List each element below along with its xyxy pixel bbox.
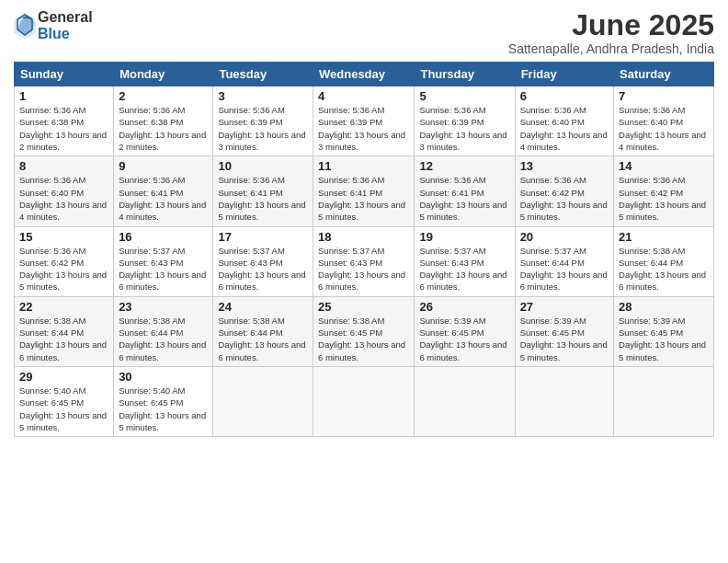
day-number: 4	[318, 89, 409, 103]
calendar-cell: 26 Sunrise: 5:39 AM Sunset: 6:45 PM Dayl…	[415, 296, 515, 366]
day-info: Sunrise: 5:37 AM Sunset: 6:43 PM Dayligh…	[419, 245, 509, 293]
col-saturday: Saturday	[614, 63, 714, 86]
day-info: Sunrise: 5:39 AM Sunset: 6:45 PM Dayligh…	[619, 315, 709, 363]
calendar-cell: 3 Sunrise: 5:36 AM Sunset: 6:39 PM Dayli…	[213, 86, 313, 156]
calendar-cell: 12 Sunrise: 5:36 AM Sunset: 6:41 PM Dayl…	[415, 156, 515, 226]
day-info: Sunrise: 5:36 AM Sunset: 6:40 PM Dayligh…	[19, 174, 108, 223]
calendar-cell: 7 Sunrise: 5:36 AM Sunset: 6:40 PM Dayli…	[614, 86, 714, 156]
calendar-cell: 8 Sunrise: 5:36 AM Sunset: 6:40 PM Dayli…	[15, 156, 114, 226]
calendar-cell: 29 Sunrise: 5:40 AM Sunset: 6:45 PM Dayl…	[15, 366, 114, 436]
day-info: Sunrise: 5:40 AM Sunset: 6:45 PM Dayligh…	[119, 385, 208, 433]
day-number: 9	[119, 159, 208, 173]
day-info: Sunrise: 5:36 AM Sunset: 6:41 PM Dayligh…	[419, 174, 509, 223]
day-number: 23	[119, 300, 208, 314]
calendar-cell	[515, 366, 613, 436]
day-info: Sunrise: 5:36 AM Sunset: 6:40 PM Dayligh…	[619, 104, 709, 153]
calendar-cell: 1 Sunrise: 5:36 AM Sunset: 6:38 PM Dayli…	[15, 86, 114, 156]
day-number: 12	[419, 159, 509, 173]
col-thursday: Thursday	[415, 63, 515, 86]
day-info: Sunrise: 5:37 AM Sunset: 6:43 PM Dayligh…	[218, 245, 308, 293]
calendar-cell: 22 Sunrise: 5:38 AM Sunset: 6:44 PM Dayl…	[15, 296, 114, 366]
day-info: Sunrise: 5:38 AM Sunset: 6:44 PM Dayligh…	[619, 245, 709, 293]
calendar-cell: 21 Sunrise: 5:38 AM Sunset: 6:44 PM Dayl…	[614, 226, 714, 296]
day-number: 17	[218, 230, 308, 244]
day-info: Sunrise: 5:40 AM Sunset: 6:45 PM Dayligh…	[19, 385, 108, 433]
col-monday: Monday	[114, 63, 213, 86]
day-number: 7	[619, 89, 709, 103]
day-number: 29	[19, 370, 108, 384]
calendar-cell	[313, 366, 415, 436]
calendar-cell: 9 Sunrise: 5:36 AM Sunset: 6:41 PM Dayli…	[114, 156, 213, 226]
title-section: June 2025 Sattenapalle, Andhra Pradesh, …	[508, 9, 714, 56]
calendar-cell: 25 Sunrise: 5:38 AM Sunset: 6:45 PM Dayl…	[313, 296, 415, 366]
day-info: Sunrise: 5:37 AM Sunset: 6:44 PM Dayligh…	[520, 245, 609, 293]
day-number: 14	[619, 159, 709, 173]
day-number: 15	[19, 230, 108, 244]
calendar-cell: 16 Sunrise: 5:37 AM Sunset: 6:43 PM Dayl…	[114, 226, 213, 296]
calendar-cell: 13 Sunrise: 5:36 AM Sunset: 6:42 PM Dayl…	[515, 156, 613, 226]
day-info: Sunrise: 5:36 AM Sunset: 6:40 PM Dayligh…	[520, 104, 609, 153]
day-number: 6	[520, 89, 609, 103]
day-info: Sunrise: 5:36 AM Sunset: 6:41 PM Dayligh…	[119, 174, 208, 223]
day-number: 20	[520, 230, 609, 244]
logo-icon	[14, 13, 36, 39]
calendar-cell	[614, 366, 714, 436]
logo-text: General Blue	[38, 9, 93, 41]
day-number: 22	[19, 300, 108, 314]
day-number: 2	[119, 89, 208, 103]
day-info: Sunrise: 5:36 AM Sunset: 6:42 PM Dayligh…	[619, 174, 709, 223]
col-wednesday: Wednesday	[313, 63, 415, 86]
page: General Blue June 2025 Sattenapalle, And…	[0, 0, 728, 563]
calendar-cell: 11 Sunrise: 5:36 AM Sunset: 6:41 PM Dayl…	[313, 156, 415, 226]
calendar-cell: 2 Sunrise: 5:36 AM Sunset: 6:38 PM Dayli…	[114, 86, 213, 156]
day-info: Sunrise: 5:38 AM Sunset: 6:44 PM Dayligh…	[218, 315, 308, 363]
day-info: Sunrise: 5:36 AM Sunset: 6:39 PM Dayligh…	[318, 104, 409, 153]
calendar-cell	[213, 366, 313, 436]
calendar-week-3: 15 Sunrise: 5:36 AM Sunset: 6:42 PM Dayl…	[15, 226, 714, 296]
day-info: Sunrise: 5:38 AM Sunset: 6:45 PM Dayligh…	[318, 315, 409, 363]
calendar-week-2: 8 Sunrise: 5:36 AM Sunset: 6:40 PM Dayli…	[15, 156, 714, 226]
day-info: Sunrise: 5:36 AM Sunset: 6:39 PM Dayligh…	[419, 104, 509, 153]
calendar-cell: 30 Sunrise: 5:40 AM Sunset: 6:45 PM Dayl…	[114, 366, 213, 436]
calendar-cell: 4 Sunrise: 5:36 AM Sunset: 6:39 PM Dayli…	[313, 86, 415, 156]
col-friday: Friday	[515, 63, 613, 86]
day-info: Sunrise: 5:36 AM Sunset: 6:42 PM Dayligh…	[19, 245, 108, 293]
day-number: 8	[19, 159, 108, 173]
day-info: Sunrise: 5:38 AM Sunset: 6:44 PM Dayligh…	[19, 315, 108, 363]
calendar-cell: 6 Sunrise: 5:36 AM Sunset: 6:40 PM Dayli…	[515, 86, 613, 156]
day-number: 11	[318, 159, 409, 173]
day-info: Sunrise: 5:37 AM Sunset: 6:43 PM Dayligh…	[318, 245, 409, 293]
calendar-cell: 10 Sunrise: 5:36 AM Sunset: 6:41 PM Dayl…	[213, 156, 313, 226]
day-number: 24	[218, 300, 308, 314]
header: General Blue June 2025 Sattenapalle, And…	[14, 9, 714, 56]
day-number: 10	[218, 159, 308, 173]
calendar-cell: 14 Sunrise: 5:36 AM Sunset: 6:42 PM Dayl…	[614, 156, 714, 226]
calendar-cell: 28 Sunrise: 5:39 AM Sunset: 6:45 PM Dayl…	[614, 296, 714, 366]
logo-blue-text: Blue	[38, 26, 93, 42]
calendar-cell: 24 Sunrise: 5:38 AM Sunset: 6:44 PM Dayl…	[213, 296, 313, 366]
day-info: Sunrise: 5:38 AM Sunset: 6:44 PM Dayligh…	[119, 315, 208, 363]
day-number: 19	[419, 230, 509, 244]
day-info: Sunrise: 5:36 AM Sunset: 6:42 PM Dayligh…	[520, 174, 609, 223]
logo: General Blue	[14, 9, 93, 41]
day-info: Sunrise: 5:37 AM Sunset: 6:43 PM Dayligh…	[119, 245, 208, 293]
day-number: 16	[119, 230, 208, 244]
header-row: Sunday Monday Tuesday Wednesday Thursday…	[15, 63, 714, 86]
calendar-cell: 27 Sunrise: 5:39 AM Sunset: 6:45 PM Dayl…	[515, 296, 613, 366]
calendar-week-4: 22 Sunrise: 5:38 AM Sunset: 6:44 PM Dayl…	[15, 296, 714, 366]
day-info: Sunrise: 5:36 AM Sunset: 6:39 PM Dayligh…	[218, 104, 308, 153]
calendar-week-5: 29 Sunrise: 5:40 AM Sunset: 6:45 PM Dayl…	[15, 366, 714, 436]
day-number: 5	[419, 89, 509, 103]
calendar-cell: 17 Sunrise: 5:37 AM Sunset: 6:43 PM Dayl…	[213, 226, 313, 296]
day-number: 13	[520, 159, 609, 173]
day-info: Sunrise: 5:36 AM Sunset: 6:38 PM Dayligh…	[19, 104, 108, 153]
day-number: 28	[619, 300, 709, 314]
col-sunday: Sunday	[15, 63, 114, 86]
month-title: June 2025	[508, 9, 714, 41]
day-number: 21	[619, 230, 709, 244]
day-info: Sunrise: 5:39 AM Sunset: 6:45 PM Dayligh…	[419, 315, 509, 363]
location-subtitle: Sattenapalle, Andhra Pradesh, India	[508, 41, 714, 56]
calendar-cell: 5 Sunrise: 5:36 AM Sunset: 6:39 PM Dayli…	[415, 86, 515, 156]
day-number: 27	[520, 300, 609, 314]
calendar-cell: 23 Sunrise: 5:38 AM Sunset: 6:44 PM Dayl…	[114, 296, 213, 366]
